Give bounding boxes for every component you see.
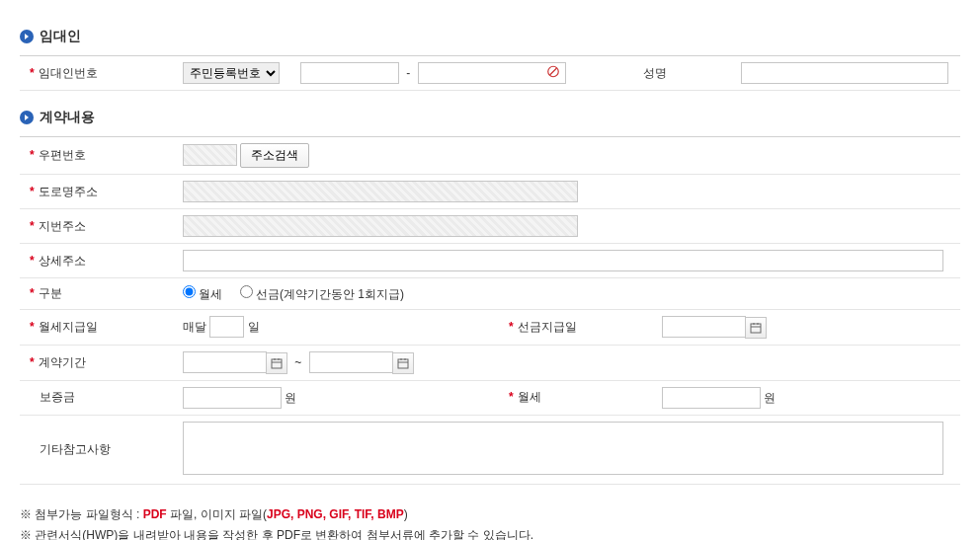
period-start-input[interactable] [183,351,267,373]
period-end-input[interactable] [309,351,393,373]
landlord-number-part2[interactable] [418,62,566,84]
section-landlord-text: 임대인 [40,28,81,45]
zip-label: 우편번호 [20,137,173,175]
period-label: 계약기간 [20,345,173,380]
type-prepaid-label[interactable]: 선금(계약기간동안 1회지급) [240,287,404,301]
landlord-number-inputs: - [290,56,578,91]
monthly-rent-label: 월세 [499,380,652,415]
lot-addr-cell [173,209,960,244]
zip-cell: 주소검색 [173,137,960,175]
lot-addr-label: 지번주소 [20,209,173,244]
road-addr-label: 도로명주소 [20,175,173,209]
type-monthly-text: 월세 [199,287,222,301]
detail-addr-cell [173,244,960,278]
detail-addr-label: 상세주소 [20,244,173,278]
notes-cell [173,415,960,484]
monthly-rent-cell: 원 [652,380,960,415]
arrow-right-icon [20,30,34,43]
dash-separator: - [406,66,410,80]
calendar-icon[interactable] [266,352,287,374]
eye-slash-icon[interactable] [546,65,560,82]
monthly-rent-unit: 원 [764,391,776,405]
landlord-name-input[interactable] [741,62,948,84]
landlord-number-label: 임대인번호 [20,56,173,91]
footer-line1: ※ 첨부가능 파일형식 : PDF 파일, 이미지 파일(JPG, PNG, G… [20,504,960,526]
pay-day-prefix: 매달 [183,320,206,334]
pay-day-label: 월세지급일 [20,310,173,346]
contract-table: 우편번호 주소검색 도로명주소 지번주소 상세주소 구분 월세 [20,136,960,485]
detail-addr-input[interactable] [183,250,943,271]
road-addr-input [183,181,578,202]
calendar-icon[interactable] [745,317,767,339]
type-prepaid-radio[interactable] [240,285,253,298]
landlord-number-part1[interactable] [300,62,399,84]
lot-addr-input [183,215,578,237]
zip-input [183,144,237,166]
footer-line2: ※ 관련서식(HWP)을 내려받아 내용을 작성한 후 PDF로 변환하여 첨부… [20,525,960,540]
landlord-number-type-select[interactable]: 주민등록번호 [183,62,280,84]
prepaid-day-cell [652,310,960,346]
svg-line-1 [549,68,556,75]
pay-day-input[interactable] [209,316,244,338]
type-label: 구분 [20,278,173,310]
svg-rect-6 [272,359,282,368]
type-monthly-label[interactable]: 월세 [183,287,226,301]
period-cell: ~ [173,345,960,380]
period-separator: ~ [294,355,301,369]
landlord-name-cell [731,56,960,91]
deposit-label: 보증금 [20,380,173,415]
deposit-cell: 원 [173,380,499,415]
landlord-name-label: 성명 [578,56,731,91]
pay-day-suffix: 일 [248,320,260,334]
road-addr-cell [173,175,960,209]
monthly-rent-input[interactable] [662,387,761,409]
deposit-unit: 원 [285,391,296,405]
prepaid-day-label: 선금지급일 [499,310,652,346]
landlord-table: 임대인번호 주민등록번호 - 성명 [20,55,960,91]
type-monthly-radio[interactable] [183,285,196,298]
svg-rect-2 [751,324,761,333]
notes-label: 기타참고사항 [20,415,173,484]
pay-day-cell: 매달 일 [173,310,499,346]
type-prepaid-text: 선금(계약기간동안 1회지급) [256,287,404,301]
landlord-number-cell: 주민등록번호 [173,56,290,91]
svg-rect-10 [398,359,408,368]
notes-textarea[interactable] [183,422,943,475]
type-cell: 월세 선금(계약기간동안 1회지급) [173,278,960,310]
section-landlord-title: 임대인 [20,28,960,45]
section-contract-text: 계약내용 [40,109,95,126]
prepaid-date-input[interactable] [662,316,746,338]
deposit-input[interactable] [183,387,282,409]
calendar-icon[interactable] [392,352,414,374]
address-search-button[interactable]: 주소검색 [240,143,309,168]
section-contract-title: 계약내용 [20,109,960,126]
arrow-right-icon [20,111,34,124]
footer-notes: ※ 첨부가능 파일형식 : PDF 파일, 이미지 파일(JPG, PNG, G… [20,504,960,540]
